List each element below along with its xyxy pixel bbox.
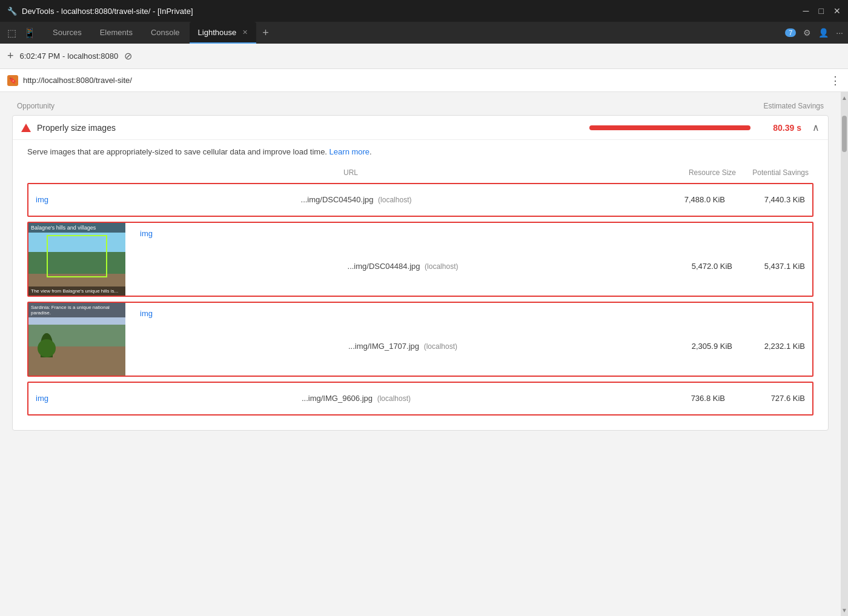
tab-bar: ⬚ 📱 Sources Elements Console Lighthouse … bbox=[0, 22, 848, 44]
add-tab-icon[interactable]: + bbox=[7, 50, 14, 62]
thumbnail-title: Balagne's hills and villages bbox=[28, 223, 125, 233]
settings-icon[interactable]: ⚙ bbox=[803, 28, 811, 38]
url-more-button[interactable]: ⋮ bbox=[830, 74, 841, 87]
tab-sources[interactable]: Sources bbox=[44, 22, 90, 44]
scrollbar[interactable]: ▲ ▼ bbox=[841, 92, 848, 616]
title-bar: 🔧 DevTools - localhost:8080/travel-site/… bbox=[0, 0, 848, 22]
resource-details: ...img/DSC04484.jpg (localhost) 5,472.0 … bbox=[140, 243, 805, 290]
th-potential-savings: Potential Savings bbox=[736, 168, 809, 178]
window-controls[interactable]: ─ □ ✕ bbox=[803, 6, 841, 16]
tab-elements-label: Elements bbox=[100, 28, 133, 37]
tab-lighthouse-close[interactable]: ✕ bbox=[242, 28, 248, 36]
thumbnail-highlight bbox=[47, 235, 107, 277]
resource-savings: 727.6 KiB bbox=[732, 394, 805, 403]
site-favicon: 🔖 bbox=[7, 75, 18, 86]
resource-details: ...img/IMG_1707.jpg (localhost) 2,305.9 … bbox=[140, 323, 805, 369]
stop-loading-button[interactable]: ⊘ bbox=[124, 50, 132, 62]
thumbnail: Sardinia: France is a unique national pa… bbox=[28, 303, 125, 376]
timestamp: 6:02:47 PM bbox=[20, 51, 61, 61]
tab-elements[interactable]: Elements bbox=[91, 22, 141, 44]
close-button[interactable]: ✕ bbox=[833, 6, 841, 16]
th-url: URL bbox=[32, 168, 669, 178]
audit-title: Properly size images bbox=[37, 123, 583, 133]
audit-chevron-icon[interactable]: ∧ bbox=[812, 122, 820, 133]
table-row: img ...img/IMG_9606.jpg (localhost) 736.… bbox=[27, 382, 813, 416]
tab-console[interactable]: Console bbox=[142, 22, 188, 44]
audit-header: Properly size images 80.39 s ∧ bbox=[13, 116, 828, 139]
table-row: img ...img/DSC04540.jpg (localhost) 7,48… bbox=[27, 183, 813, 217]
devtools-content: Opportunity Estimated Savings Properly s… bbox=[0, 92, 848, 616]
audit-bar-container bbox=[589, 125, 759, 130]
audit-card: Properly size images 80.39 s ∧ Serve ima… bbox=[12, 115, 829, 431]
resource-url: ...img/DSC04540.jpg (localhost) bbox=[61, 195, 651, 204]
resource-savings: 7,440.3 KiB bbox=[732, 195, 805, 204]
th-resource-size: Resource Size bbox=[669, 168, 736, 178]
audit-savings: 80.39 s bbox=[765, 123, 801, 133]
resource-tag[interactable]: img bbox=[36, 394, 54, 403]
thumbnail: Balagne's hills and villages The view fr… bbox=[28, 223, 125, 296]
host-display[interactable]: localhost:8080 bbox=[67, 51, 118, 61]
thumbnail-image: Balagne's hills and villages The view fr… bbox=[28, 223, 125, 296]
resource-tag[interactable]: img bbox=[140, 229, 805, 238]
resource-savings: 5,437.1 KiB bbox=[732, 262, 805, 271]
thumbnail-caption: The view from Balagne's unique hills is.… bbox=[28, 286, 125, 296]
resource-url: ...img/IMG_1707.jpg (localhost) bbox=[140, 342, 666, 351]
table-row: Sardinia: France is a unique national pa… bbox=[27, 302, 813, 377]
resource-tag[interactable]: img bbox=[36, 195, 54, 204]
maximize-button[interactable]: □ bbox=[819, 6, 824, 16]
notification-badge: 7 bbox=[785, 28, 796, 37]
warning-icon bbox=[21, 124, 31, 132]
scrollbar-thumb[interactable] bbox=[842, 116, 847, 152]
tab-console-label: Console bbox=[151, 28, 180, 37]
more-options-icon[interactable]: ··· bbox=[836, 28, 843, 38]
resource-size: 2,305.9 KiB bbox=[666, 342, 732, 351]
resource-savings: 2,232.1 KiB bbox=[732, 342, 805, 351]
resource-size: 736.8 KiB bbox=[658, 394, 725, 403]
thumbnail-title: Sardinia: France is a unique national pa… bbox=[28, 303, 125, 317]
learn-more-link[interactable]: Learn more bbox=[330, 147, 369, 156]
host-separator: - bbox=[62, 51, 65, 61]
url-display[interactable]: http://localhost:8080/travel-site/ bbox=[23, 76, 825, 85]
window-title: DevTools - localhost:8080/travel-site/ -… bbox=[22, 7, 193, 16]
row-content: img ...img/DSC04484.jpg (localhost) 5,47… bbox=[133, 223, 812, 296]
main-panel: Opportunity Estimated Savings Properly s… bbox=[0, 92, 841, 616]
profile-icon[interactable]: 👤 bbox=[818, 28, 829, 38]
audit-body: Serve images that are appropriately-size… bbox=[13, 139, 828, 430]
tab-add-button[interactable]: + bbox=[257, 22, 274, 44]
thumbnail-image: Sardinia: France is a unique national pa… bbox=[28, 303, 125, 376]
resource-url: ...img/IMG_9606.jpg (localhost) bbox=[61, 394, 651, 403]
column-headers: Opportunity Estimated Savings bbox=[12, 99, 829, 115]
resource-size: 5,472.0 KiB bbox=[666, 262, 732, 271]
resource-url: ...img/DSC04484.jpg (localhost) bbox=[140, 262, 666, 271]
minimize-button[interactable]: ─ bbox=[803, 6, 809, 16]
url-bar: 🔖 http://localhost:8080/travel-site/ ⋮ bbox=[0, 69, 848, 92]
resource-tag[interactable]: img bbox=[140, 309, 805, 318]
table-row: Balagne's hills and villages The view fr… bbox=[27, 222, 813, 297]
audit-bar bbox=[589, 125, 750, 130]
col-estimated-savings: Estimated Savings bbox=[764, 102, 824, 110]
inspect-icon[interactable]: ⬚ bbox=[5, 25, 19, 41]
tab-lighthouse-label: Lighthouse bbox=[198, 28, 237, 37]
col-opportunity: Opportunity bbox=[17, 102, 55, 110]
address-bar: + 6:02:47 PM - localhost:8080 ⊘ bbox=[0, 44, 848, 69]
audit-description: Serve images that are appropriately-size… bbox=[27, 147, 813, 156]
table-headers: URL Resource Size Potential Savings bbox=[27, 166, 813, 183]
scroll-down-arrow[interactable]: ▼ bbox=[841, 604, 847, 616]
resource-size: 7,488.0 KiB bbox=[658, 195, 725, 204]
devtools-icon: 🔧 bbox=[7, 7, 17, 16]
scroll-up-arrow[interactable]: ▲ bbox=[841, 92, 847, 104]
tab-sources-label: Sources bbox=[53, 28, 82, 37]
row-content: img ...img/IMG_1707.jpg (localhost) 2,30… bbox=[133, 303, 812, 376]
device-icon[interactable]: 📱 bbox=[21, 25, 38, 41]
tab-lighthouse[interactable]: Lighthouse ✕ bbox=[190, 22, 257, 44]
